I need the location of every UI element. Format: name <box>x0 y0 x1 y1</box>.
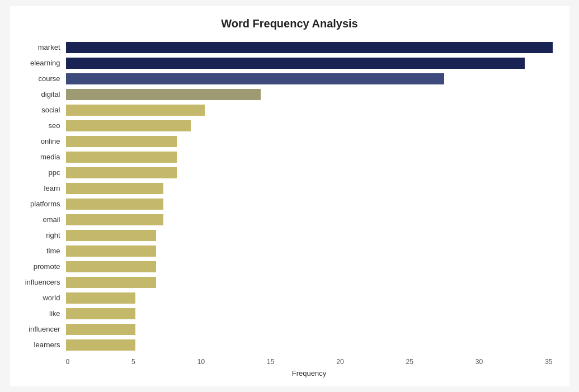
bar-label: media <box>16 153 66 161</box>
bar-label: right <box>16 231 66 239</box>
x-axis-title: Frequency <box>66 369 553 377</box>
bar-fill <box>66 105 205 116</box>
x-axis-labels: 05101520253035 <box>66 358 553 366</box>
bar-row: social <box>66 103 553 117</box>
bar-track <box>66 136 553 147</box>
bar-fill <box>66 324 135 335</box>
bar-label: social <box>16 106 66 114</box>
x-axis: 05101520253035 <box>66 358 553 366</box>
bar-label: influencers <box>16 278 66 286</box>
bar-row: market <box>66 40 553 55</box>
bar-fill <box>66 42 553 53</box>
bar-fill <box>66 167 177 178</box>
bar-track <box>66 199 553 210</box>
bar-fill <box>66 245 157 257</box>
bar-fill <box>66 73 444 84</box>
bar-label: course <box>16 74 66 83</box>
bar-row: ppc <box>66 166 553 180</box>
bar-track <box>66 42 553 53</box>
bar-track <box>66 339 553 351</box>
x-tick-label: 5 <box>131 358 135 366</box>
chart-title: Word Frequency Analysis <box>27 17 553 30</box>
bar-row: learners <box>66 338 553 352</box>
bar-fill <box>66 152 177 163</box>
bar-row: platforms <box>66 197 553 211</box>
bar-track <box>66 308 553 319</box>
bar-row: online <box>66 134 553 149</box>
bar-row: seo <box>66 119 553 133</box>
bar-track <box>66 230 553 241</box>
chart-container: Word Frequency Analysis marketelearningc… <box>10 6 569 386</box>
bar-row: email <box>66 212 553 227</box>
bar-row: media <box>66 150 553 164</box>
bar-label: world <box>16 294 66 302</box>
bar-fill <box>66 339 135 351</box>
bar-label: seo <box>16 121 66 130</box>
bar-label: platforms <box>16 200 66 208</box>
bar-row: promote <box>66 259 553 274</box>
bar-label: digital <box>16 90 66 98</box>
bar-track <box>66 245 553 257</box>
bar-track <box>66 120 553 131</box>
bar-track <box>66 261 553 272</box>
bar-track <box>66 183 553 194</box>
bar-row: learn <box>66 181 553 196</box>
bar-row: time <box>66 244 553 258</box>
bar-row: influencer <box>66 322 553 337</box>
bar-track <box>66 277 553 288</box>
bar-label: time <box>16 247 66 255</box>
x-tick-label: 25 <box>406 358 413 366</box>
bar-fill <box>66 183 163 194</box>
x-tick-label: 15 <box>267 358 274 366</box>
bar-track <box>66 89 553 100</box>
bar-track <box>66 214 553 225</box>
bar-fill <box>66 261 157 272</box>
bar-row: like <box>66 306 553 321</box>
bar-row: right <box>66 228 553 243</box>
bar-label: email <box>16 215 66 224</box>
bar-track <box>66 105 553 116</box>
bar-row: course <box>66 72 553 86</box>
bar-fill <box>66 277 157 288</box>
bar-track <box>66 58 553 69</box>
bar-label: like <box>16 309 66 318</box>
bar-fill <box>66 230 157 241</box>
bar-track <box>66 167 553 178</box>
bar-fill <box>66 120 191 131</box>
bar-label: ppc <box>16 168 66 177</box>
bar-fill <box>66 199 163 210</box>
bar-label: market <box>16 43 66 51</box>
bar-fill <box>66 214 163 225</box>
bar-row: world <box>66 291 553 305</box>
bar-label: learners <box>16 341 66 349</box>
bar-row: influencers <box>66 275 553 290</box>
x-tick-label: 20 <box>336 358 343 366</box>
x-tick-label: 10 <box>197 358 205 366</box>
bar-track <box>66 292 553 304</box>
bar-track <box>66 324 553 335</box>
bar-label: learn <box>16 184 66 192</box>
bar-label: elearning <box>16 59 66 67</box>
bar-fill <box>66 308 135 319</box>
bar-fill <box>66 292 135 304</box>
bar-fill <box>66 136 177 147</box>
bar-label: promote <box>16 262 66 271</box>
bar-row: digital <box>66 87 553 102</box>
bar-fill <box>66 89 261 100</box>
bar-row: elearning <box>66 56 553 70</box>
bar-track <box>66 73 553 84</box>
x-tick-label: 35 <box>545 358 552 366</box>
bar-label: online <box>16 137 66 145</box>
bar-label: influencer <box>16 325 66 333</box>
bar-track <box>66 152 553 163</box>
chart-area: marketelearningcoursedigitalsocialseoonl… <box>66 40 553 353</box>
x-tick-label: 0 <box>66 358 70 366</box>
bar-fill <box>66 58 525 69</box>
x-tick-label: 30 <box>476 358 483 366</box>
